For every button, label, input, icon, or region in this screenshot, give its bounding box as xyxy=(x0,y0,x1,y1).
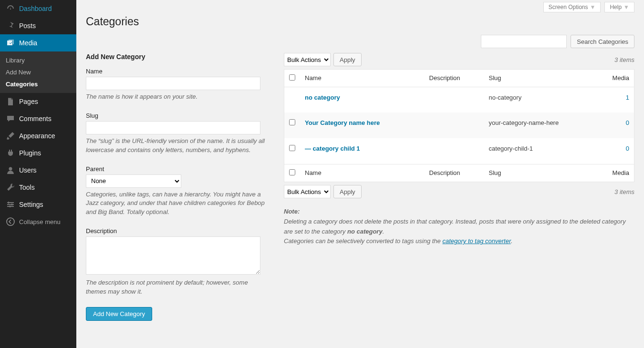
svg-rect-3 xyxy=(10,205,10,207)
category-name-link[interactable]: Your Category name here xyxy=(305,119,380,126)
category-media-count[interactable]: 1 xyxy=(626,94,629,101)
slug-desc: The “slug” is the URL-friendly version o… xyxy=(86,137,270,155)
category-description xyxy=(425,113,484,138)
help-button[interactable]: Help▼ xyxy=(604,2,634,12)
admin-sidebar: DashboardPostsMediaLibraryAdd NewCategor… xyxy=(0,0,76,340)
chevron-down-icon: ▼ xyxy=(590,4,596,10)
screen-options-label: Screen Options xyxy=(549,4,588,10)
row-checkbox[interactable] xyxy=(289,145,295,151)
collapse-menu[interactable]: Collapse menu xyxy=(0,213,76,230)
sidebar-item-label: Pages xyxy=(19,98,38,105)
svg-point-4 xyxy=(7,218,14,225)
sidebar-subitem-add-new[interactable]: Add New xyxy=(0,66,76,78)
brush-icon xyxy=(6,131,15,141)
item-count-top: 3 items xyxy=(614,56,634,63)
category-name-link[interactable]: — category child 1 xyxy=(305,145,360,152)
sidebar-item-users[interactable]: Users xyxy=(0,162,76,179)
parent-label: Parent xyxy=(86,165,270,173)
category-description xyxy=(425,87,484,113)
svg-rect-2 xyxy=(11,204,12,205)
wrench-icon xyxy=(6,183,15,192)
sidebar-subitem-library[interactable]: Library xyxy=(0,54,76,66)
media-icon xyxy=(6,38,15,48)
sidebar-subitem-categories[interactable]: Categories xyxy=(0,78,76,90)
col-name[interactable]: Name xyxy=(300,164,425,182)
svg-point-0 xyxy=(9,167,12,171)
bulk-apply-top[interactable]: Apply xyxy=(333,53,362,66)
sidebar-item-label: Plugins xyxy=(19,149,41,157)
category-slug: no-category xyxy=(484,87,601,113)
col-description[interactable]: Description xyxy=(425,164,484,182)
col-media[interactable]: Media xyxy=(601,70,634,87)
comment-icon xyxy=(6,114,15,123)
sidebar-item-label: Appearance xyxy=(19,132,55,140)
name-input[interactable] xyxy=(86,77,260,90)
bulk-action-select-bottom[interactable]: Bulk Actions xyxy=(284,185,331,198)
sidebar-item-tools[interactable]: Tools xyxy=(0,179,76,196)
sidebar-item-media[interactable]: Media xyxy=(0,34,76,51)
row-checkbox[interactable] xyxy=(289,119,295,125)
notes: Note: Deleting a category does not delet… xyxy=(284,207,634,246)
category-list-panel: Bulk Actions Apply 3 items Name Descript… xyxy=(284,53,634,246)
bulk-apply-bottom[interactable]: Apply xyxy=(333,185,362,198)
search-row: Search Categories xyxy=(86,35,634,48)
col-description[interactable]: Description xyxy=(425,70,484,87)
sidebar-item-label: Users xyxy=(19,166,37,174)
note-text: Deleting a category does not delete the … xyxy=(284,218,626,235)
sidebar-item-label: Settings xyxy=(19,201,43,208)
slug-input[interactable] xyxy=(86,121,260,134)
name-desc: The name is how it appears on your site. xyxy=(86,92,270,102)
note-default-cat: no category xyxy=(347,228,383,235)
sidebar-item-pages[interactable]: Pages xyxy=(0,93,76,110)
tablenav-bottom: Bulk Actions Apply 3 items xyxy=(284,185,634,198)
screen-options-button[interactable]: Screen Options▼ xyxy=(543,2,601,12)
category-slug: category-child-1 xyxy=(484,138,601,164)
sidebar-item-comments[interactable]: Comments xyxy=(0,110,76,127)
description-desc: The description is not prominent by defa… xyxy=(86,278,270,297)
sidebar-item-appearance[interactable]: Appearance xyxy=(0,127,76,144)
item-count-bottom: 3 items xyxy=(614,188,634,195)
add-category-submit[interactable]: Add New Category xyxy=(86,307,152,321)
category-name-link[interactable]: no category xyxy=(305,94,340,101)
field-slug: Slug The “slug” is the URL-friendly vers… xyxy=(86,112,270,155)
table-row: no categoryno-category1 xyxy=(284,87,634,113)
name-label: Name xyxy=(86,68,270,75)
sidebar-submenu: LibraryAdd NewCategories xyxy=(0,51,76,93)
sidebar-item-dashboard[interactable]: Dashboard xyxy=(0,0,76,17)
table-row: — category child 1category-child-10 xyxy=(284,138,634,164)
col-slug[interactable]: Slug xyxy=(484,164,601,182)
collapse-icon xyxy=(6,217,15,226)
bulk-action-select-top[interactable]: Bulk Actions xyxy=(284,53,331,66)
sidebar-item-plugins[interactable]: Plugins xyxy=(0,144,76,162)
add-category-form: Add New Category Name The name is how it… xyxy=(86,53,270,321)
plug-icon xyxy=(6,148,15,158)
sidebar-item-settings[interactable]: Settings xyxy=(0,196,76,213)
col-slug[interactable]: Slug xyxy=(484,70,601,87)
category-to-tag-link[interactable]: category to tag converter xyxy=(442,237,510,245)
top-buttons: Screen Options▼ Help▼ xyxy=(86,0,634,12)
chevron-down-icon: ▼ xyxy=(623,4,629,10)
field-name: Name The name is how it appears on your … xyxy=(86,68,270,102)
description-textarea[interactable] xyxy=(86,236,260,275)
category-media-count[interactable]: 0 xyxy=(626,119,629,126)
categories-table: Name Description Slug Media no categoryn… xyxy=(284,69,634,182)
page-icon xyxy=(6,97,15,106)
category-media-count[interactable]: 0 xyxy=(626,145,629,152)
sidebar-item-posts[interactable]: Posts xyxy=(0,17,76,34)
search-button[interactable]: Search Categories xyxy=(571,35,634,48)
select-all-top[interactable] xyxy=(289,74,295,81)
parent-desc: Categories, unlike tags, can have a hier… xyxy=(86,190,270,217)
user-icon xyxy=(6,165,15,175)
dashboard-icon xyxy=(6,4,15,13)
sidebar-item-label: Comments xyxy=(19,115,52,123)
note-text: Categories can be selectively converted … xyxy=(284,237,442,245)
slug-label: Slug xyxy=(86,112,270,119)
parent-select[interactable]: None xyxy=(86,174,181,188)
col-name[interactable]: Name xyxy=(300,70,425,87)
col-media[interactable]: Media xyxy=(601,164,634,182)
category-slug: your-category-name-here xyxy=(484,113,601,138)
search-input[interactable] xyxy=(481,35,567,48)
sidebar-item-label: Dashboard xyxy=(19,5,52,12)
select-all-bottom[interactable] xyxy=(289,169,295,175)
collapse-label: Collapse menu xyxy=(19,218,61,225)
